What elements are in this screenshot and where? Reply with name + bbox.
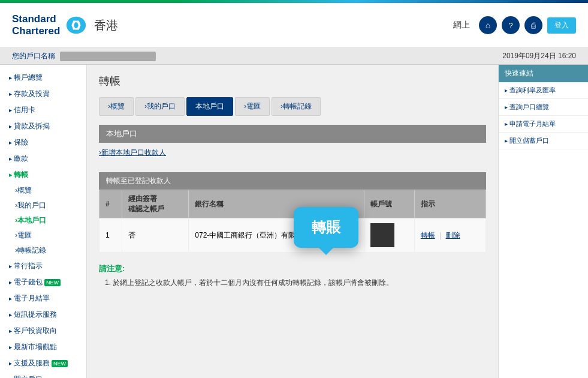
- sidebar-label: 保險: [14, 137, 28, 148]
- table-row: 1 否 072-中國工商銀行（亞洲）有限公司 轉帳 | 刪除: [99, 218, 486, 253]
- sidebar-label: 信用卡: [14, 105, 35, 115]
- tabs-bar: ›概覽 ›我的戶口 本地戶口 ›電匯 ›轉帳記錄: [99, 97, 486, 116]
- sidebar-item-loans[interactable]: ▸ 貸款及拆揭: [0, 118, 86, 134]
- arrow-icon: ▸: [9, 360, 12, 367]
- arrow-icon: ▸: [9, 91, 12, 97]
- note-title: 請注意:: [99, 263, 486, 274]
- sidebar-label: 短訊提示服務: [14, 310, 57, 320]
- sidebar-item-support[interactable]: ▸ 支援及服務 NEW: [0, 355, 86, 371]
- tab-myaccount[interactable]: ›我的戶口: [135, 97, 185, 116]
- sidebar-label: 存款及投資: [14, 89, 50, 99]
- sidebar-item-insurance[interactable]: ▸ 保險: [0, 134, 86, 151]
- transfer-action-link[interactable]: 轉帳: [421, 231, 435, 239]
- cell-actions: 轉帳 | 刪除: [414, 218, 486, 253]
- datetime-display: 2019年09月24日 16:20: [502, 51, 576, 61]
- arrow-icon: ▸: [9, 107, 12, 113]
- sidebar-label: 支援及服務: [14, 358, 50, 368]
- action-separator: |: [439, 231, 441, 239]
- brand-line1: Standard: [12, 13, 60, 25]
- sidebar-sub-label: ›轉帳記錄: [15, 246, 46, 254]
- help-icon[interactable]: ?: [502, 16, 520, 34]
- sidebar-item-savings[interactable]: ▸ 存款及投資: [0, 86, 86, 102]
- sidebar-item-ewallet[interactable]: ▸ 電子錢包 NEW: [0, 274, 86, 290]
- sidebar-item-market[interactable]: ▸ 最新市場觀點: [0, 339, 86, 355]
- sidebar-item-standing[interactable]: ▸ 常行指示: [0, 258, 86, 274]
- logo-icon: [65, 14, 88, 37]
- sidebar-item-payment[interactable]: ▸ 繳款: [0, 151, 86, 167]
- login-button[interactable]: 登入: [547, 17, 576, 34]
- arrow-icon: ▸: [9, 155, 12, 162]
- tab-local[interactable]: 本地戶口: [186, 97, 233, 116]
- login-label: 登入: [554, 20, 569, 31]
- arrow-icon: ▸: [9, 123, 12, 130]
- header-right: 網上 ⌂ ? ⎙ 登入: [453, 16, 576, 34]
- arrow-icon: ▸: [505, 104, 508, 110]
- print-icon[interactable]: ⎙: [524, 16, 542, 34]
- tab-overview[interactable]: ›概覽: [99, 97, 134, 116]
- header: Standard Chartered 香港 網上 ⌂ ? ⎙ 登入: [0, 3, 588, 48]
- right-sidebar: 快速連結 ▸ 查詢利率及匯率 ▸ 查詢戶口總覽 ▸ 申請電子月結單 ▸ 開立儲蓄…: [498, 65, 588, 378]
- sidebar-item-accounts[interactable]: ▸ 帳戶總覽: [0, 70, 86, 86]
- tab-history[interactable]: ›轉帳記錄: [272, 97, 321, 116]
- sidebar-item-estatement[interactable]: ▸ 電子月結單: [0, 290, 86, 307]
- payees-table: # 經由簽署確認之帳戶 銀行名稱 帳戶號 指示 1 否 072-中國工商銀行（亞…: [99, 190, 486, 253]
- col-actions: 指示: [414, 190, 486, 218]
- sidebar-sub-overview[interactable]: ›概覽: [0, 183, 86, 198]
- right-sidebar-link-label: 申請電子月結單: [509, 119, 556, 128]
- col-num: #: [99, 190, 122, 218]
- right-sidebar-item-accounts[interactable]: ▸ 查詢戶口總覽: [499, 99, 588, 116]
- add-payee-label: ›新增本地戶口收款人: [99, 148, 166, 157]
- arrow-icon: ▸: [9, 279, 12, 286]
- sidebar-item-transfer[interactable]: ▸ 轉帳: [0, 167, 86, 183]
- sidebar-item-credit[interactable]: ▸ 信用卡: [0, 102, 86, 118]
- arrow-icon: ▸: [9, 311, 12, 318]
- right-sidebar-header: 快速連結: [499, 65, 588, 82]
- payees-header-label: 轉帳至已登記收款人: [106, 176, 171, 185]
- right-sidebar-item-rates[interactable]: ▸ 查詢利率及匯率: [499, 82, 588, 99]
- section-header: 本地戶口: [99, 125, 486, 143]
- logo-area: Standard Chartered 香港: [12, 13, 118, 38]
- right-sidebar-link-label: 開立儲蓄戶口: [509, 136, 549, 145]
- sidebar-item-openaccount[interactable]: ▸ 開立戶口: [0, 371, 86, 378]
- sidebar-sub-history[interactable]: ›轉帳記錄: [0, 243, 86, 258]
- right-sidebar-item-statement[interactable]: ▸ 申請電子月結單: [499, 116, 588, 133]
- sidebar-sub-myaccount[interactable]: ›我的戶口: [0, 198, 86, 213]
- arrow-icon: ▸: [9, 328, 12, 334]
- account-label: 您的戶口名稱: [12, 51, 55, 61]
- sidebar-item-invest[interactable]: ▸ 客戶投資取向: [0, 323, 86, 339]
- add-payee-link[interactable]: ›新增本地戶口收款人: [99, 148, 166, 158]
- tab-wire[interactable]: ›電匯: [235, 97, 270, 116]
- sidebar-label: 最新市場觀點: [14, 342, 57, 352]
- note-item-1: 1. 於網上登記之收款人帳戶，若於十二個月內沒有任何成功轉帳記錄，該帳戶將會被刪…: [99, 278, 486, 288]
- arrow-icon: ▸: [9, 344, 12, 350]
- tooltip-overlay: 轉賬: [294, 207, 358, 255]
- arrow-icon: ▸: [9, 74, 12, 81]
- col-acct: 帳戶號: [364, 190, 414, 218]
- user-bar: 您的戶口名稱 2019年09月24日 16:20: [0, 48, 588, 65]
- content-area: 轉帳 ›概覽 ›我的戶口 本地戶口 ›電匯 ›轉帳記錄 本地戶口 ›新增本地戶口…: [87, 65, 498, 378]
- sidebar: ▸ 帳戶總覽 ▸ 存款及投資 ▸ 信用卡 ▸ 貸款及拆揭 ▸ 保險 ▸ 繳款 ▸…: [0, 65, 87, 378]
- sidebar-label: 轉帳: [14, 170, 28, 180]
- logo-text: Standard Chartered: [12, 13, 60, 38]
- section-header-label: 本地戶口: [106, 129, 137, 138]
- sidebar-sub-label: ›概覽: [15, 186, 32, 194]
- sidebar-sub-wire[interactable]: ›電匯: [0, 228, 86, 243]
- user-bar-right: 2019年09月24日 16:20: [502, 51, 576, 61]
- tooltip-text: 轉賬: [312, 219, 340, 235]
- home-icon[interactable]: ⌂: [479, 16, 497, 34]
- sidebar-label: 常行指示: [14, 261, 43, 271]
- delete-action-link[interactable]: 刪除: [446, 231, 460, 239]
- header-icons: ⌂ ? ⎙ 登入: [479, 16, 576, 34]
- arrow-icon: ▸: [9, 139, 12, 146]
- sidebar-label: 開立戶口: [14, 374, 43, 378]
- user-info: 您的戶口名稱: [12, 51, 156, 61]
- sidebar-sub-local[interactable]: ›本地戶口: [0, 213, 86, 228]
- arrow-icon: ▸: [505, 137, 508, 144]
- sidebar-item-sms[interactable]: ▸ 短訊提示服務: [0, 307, 86, 323]
- payees-header: 轉帳至已登記收款人: [99, 172, 486, 190]
- right-sidebar-item-open[interactable]: ▸ 開立儲蓄戶口: [499, 133, 588, 149]
- right-sidebar-link-label: 查詢利率及匯率: [509, 86, 556, 95]
- new-badge: NEW: [52, 360, 68, 367]
- col-signature: 經由簽署確認之帳戶: [122, 190, 189, 218]
- qr-code: [370, 223, 394, 247]
